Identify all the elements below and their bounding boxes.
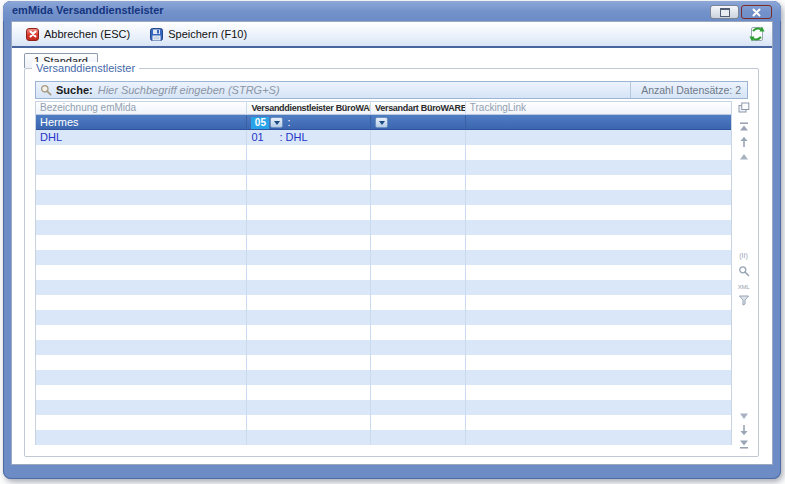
cell-versandart[interactable] xyxy=(371,415,466,430)
cell-bezeichnung[interactable] xyxy=(36,370,247,385)
scroll-down-icon[interactable] xyxy=(737,409,750,422)
cell-versanddienstleister[interactable] xyxy=(247,400,371,415)
cell-trackinglink[interactable] xyxy=(466,130,731,145)
cell-versanddienstleister[interactable] xyxy=(247,250,371,265)
cell-versandart[interactable] xyxy=(371,160,466,175)
cell-trackinglink[interactable] xyxy=(466,400,731,415)
cell-bezeichnung[interactable] xyxy=(36,310,247,325)
cell-bezeichnung[interactable] xyxy=(36,415,247,430)
cell-trackinglink[interactable] xyxy=(466,220,731,235)
cell-versandart[interactable] xyxy=(371,220,466,235)
cell-trackinglink[interactable] xyxy=(466,265,731,280)
cell-versanddienstleister[interactable] xyxy=(247,295,371,310)
table-row-empty[interactable] xyxy=(36,415,731,430)
cell-versandart[interactable] xyxy=(371,235,466,250)
cell-bezeichnung[interactable] xyxy=(36,295,247,310)
table-row-empty[interactable] xyxy=(36,430,731,445)
table-row[interactable]: DHL01: DHL xyxy=(36,130,731,145)
table-row-empty[interactable] xyxy=(36,250,731,265)
cell-versandart[interactable] xyxy=(371,355,466,370)
table-row-empty[interactable] xyxy=(36,145,731,160)
table-row-empty[interactable] xyxy=(36,220,731,235)
cell-versandart[interactable] xyxy=(371,115,466,130)
cell-versandart[interactable] xyxy=(371,325,466,340)
cell-versanddienstleister[interactable]: 01: DHL xyxy=(247,130,371,145)
maximize-button[interactable] xyxy=(710,5,739,19)
refresh-button[interactable] xyxy=(746,23,768,45)
cell-bezeichnung[interactable] xyxy=(36,205,247,220)
filter-icon[interactable] xyxy=(737,293,750,306)
scroll-page-up-icon[interactable] xyxy=(737,135,750,148)
table-row-empty[interactable] xyxy=(36,295,731,310)
cell-trackinglink[interactable] xyxy=(466,250,731,265)
table-row-empty[interactable] xyxy=(36,400,731,415)
cell-versanddienstleister[interactable]: 05: xyxy=(247,115,371,130)
cell-versanddienstleister[interactable] xyxy=(247,205,371,220)
cell-bezeichnung[interactable] xyxy=(36,325,247,340)
cell-versandart[interactable] xyxy=(371,265,466,280)
xml-icon[interactable]: XML xyxy=(737,280,750,293)
cell-trackinglink[interactable] xyxy=(466,355,731,370)
cell-trackinglink[interactable] xyxy=(466,430,731,445)
cell-versanddienstleister[interactable] xyxy=(247,220,371,235)
cell-trackinglink[interactable] xyxy=(466,385,731,400)
cell-bezeichnung[interactable] xyxy=(36,235,247,250)
cell-trackinglink[interactable] xyxy=(466,145,731,160)
cell-versanddienstleister[interactable] xyxy=(247,310,371,325)
table-row-empty[interactable] xyxy=(36,205,731,220)
cell-versandart[interactable] xyxy=(371,190,466,205)
search-bar[interactable]: Suche: Hier Suchbegriff eingeben (STRG+S… xyxy=(35,81,748,99)
table-row-empty[interactable] xyxy=(36,370,731,385)
cell-trackinglink[interactable] xyxy=(466,370,731,385)
cell-versandart[interactable] xyxy=(371,385,466,400)
cell-bezeichnung[interactable] xyxy=(36,340,247,355)
table-row-empty[interactable] xyxy=(36,280,731,295)
cell-versandart[interactable] xyxy=(371,340,466,355)
table-row-empty[interactable] xyxy=(36,340,731,355)
cell-trackinglink[interactable] xyxy=(466,205,731,220)
cell-versanddienstleister[interactable] xyxy=(247,160,371,175)
cell-versanddienstleister[interactable] xyxy=(247,190,371,205)
cell-trackinglink[interactable] xyxy=(466,325,731,340)
cell-bezeichnung[interactable] xyxy=(36,355,247,370)
cell-versanddienstleister[interactable] xyxy=(247,175,371,190)
scroll-top-icon[interactable] xyxy=(737,120,750,133)
cell-versanddienstleister[interactable] xyxy=(247,325,371,340)
table-row-empty[interactable] xyxy=(36,160,731,175)
cell-versanddienstleister[interactable] xyxy=(247,280,371,295)
cell-bezeichnung[interactable]: Hermes xyxy=(36,115,247,130)
columns-icon[interactable]: (II) xyxy=(737,249,750,262)
cell-bezeichnung[interactable] xyxy=(36,160,247,175)
cell-trackinglink[interactable] xyxy=(466,175,731,190)
cell-versanddienstleister[interactable] xyxy=(247,430,371,445)
cell-versanddienstleister[interactable] xyxy=(247,340,371,355)
save-button[interactable]: Speichern (F10) xyxy=(144,26,253,43)
table-row-empty[interactable] xyxy=(36,175,731,190)
cell-versanddienstleister[interactable] xyxy=(247,415,371,430)
table-row-empty[interactable] xyxy=(36,190,731,205)
cell-versanddienstleister[interactable] xyxy=(247,355,371,370)
zoom-icon[interactable] xyxy=(737,264,750,277)
cell-trackinglink[interactable] xyxy=(466,415,731,430)
column-header-versanddienstleister[interactable]: Versanddienstleister BüroWARE xyxy=(247,101,371,115)
cell-bezeichnung[interactable] xyxy=(36,175,247,190)
cell-versandart[interactable] xyxy=(371,295,466,310)
cell-bezeichnung[interactable] xyxy=(36,145,247,160)
cell-versandart[interactable] xyxy=(371,370,466,385)
scroll-page-down-icon[interactable] xyxy=(737,423,750,436)
cell-bezeichnung[interactable] xyxy=(36,220,247,235)
cell-versandart[interactable] xyxy=(371,310,466,325)
table-row-empty[interactable] xyxy=(36,355,731,370)
cell-versandart[interactable] xyxy=(371,205,466,220)
cell-versandart[interactable] xyxy=(371,175,466,190)
table-row-empty[interactable] xyxy=(36,310,731,325)
cell-versandart[interactable] xyxy=(371,130,466,145)
cell-bezeichnung[interactable] xyxy=(36,280,247,295)
close-button[interactable] xyxy=(741,5,772,19)
cell-bezeichnung[interactable] xyxy=(36,265,247,280)
table-row-empty[interactable] xyxy=(36,235,731,250)
cell-versanddienstleister[interactable] xyxy=(247,385,371,400)
cell-versanddienstleister[interactable] xyxy=(247,370,371,385)
carrier-code[interactable]: 05 xyxy=(251,117,269,129)
dropdown-button[interactable] xyxy=(375,117,388,128)
